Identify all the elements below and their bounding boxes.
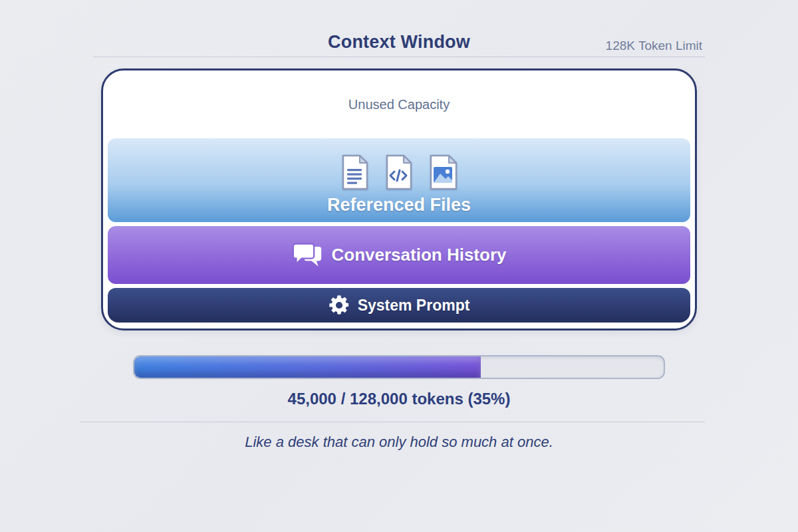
document-file-icon [340,154,369,190]
token-usage-label: 45,000 / 128,000 tokens (35%) [0,390,798,408]
token-limit-label: 128K Token Limit [606,39,702,53]
layer-conversation-history: Conversation History [108,226,690,284]
image-file-icon [428,154,458,190]
layer-referenced-files: Referenced Files [108,138,690,222]
conversation-history-label: Conversation History [332,245,507,265]
unused-capacity-area: Unused Capacity [108,70,690,138]
caption-divider [80,422,705,422]
layer-system-prompt: System Prompt [108,288,690,323]
token-usage-progress-bar [133,355,665,379]
header-divider [93,57,705,57]
token-usage-progress-fill [134,356,481,378]
code-file-icon [384,154,413,190]
unused-capacity-label: Unused Capacity [348,97,450,112]
caption-text: Like a desk that can only hold so much a… [0,434,798,451]
context-window-card: Unused Capacity [101,68,697,331]
chat-bubbles-icon [292,242,323,269]
file-icons-row [340,154,458,190]
system-prompt-label: System Prompt [358,297,470,315]
referenced-files-label: Referenced Files [327,195,471,215]
gear-icon [329,295,350,316]
